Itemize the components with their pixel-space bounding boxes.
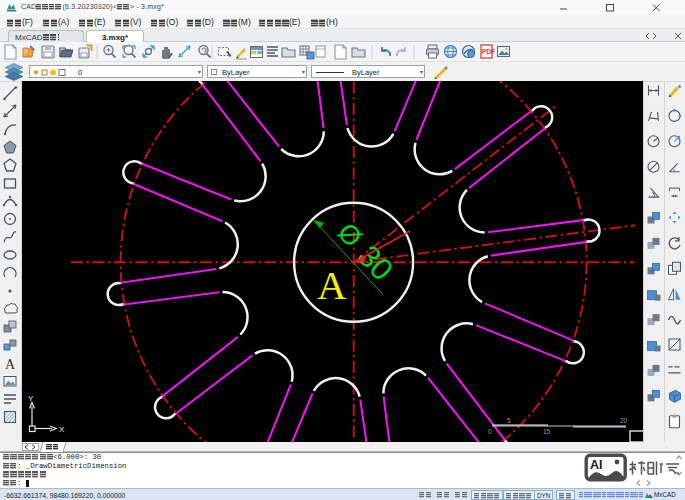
svg-text:AI: AI xyxy=(590,458,603,472)
svg-text:15: 15 xyxy=(543,428,551,435)
svg-text:20: 20 xyxy=(620,417,628,424)
svg-text:X: X xyxy=(59,425,65,434)
svg-text:PDF: PDF xyxy=(482,48,495,55)
svg-text:A: A xyxy=(317,262,347,308)
svg-text:Y: Y xyxy=(28,394,34,403)
svg-text:0: 0 xyxy=(488,428,492,435)
svg-text:A: A xyxy=(5,357,16,372)
svg-text:5: 5 xyxy=(507,417,511,424)
